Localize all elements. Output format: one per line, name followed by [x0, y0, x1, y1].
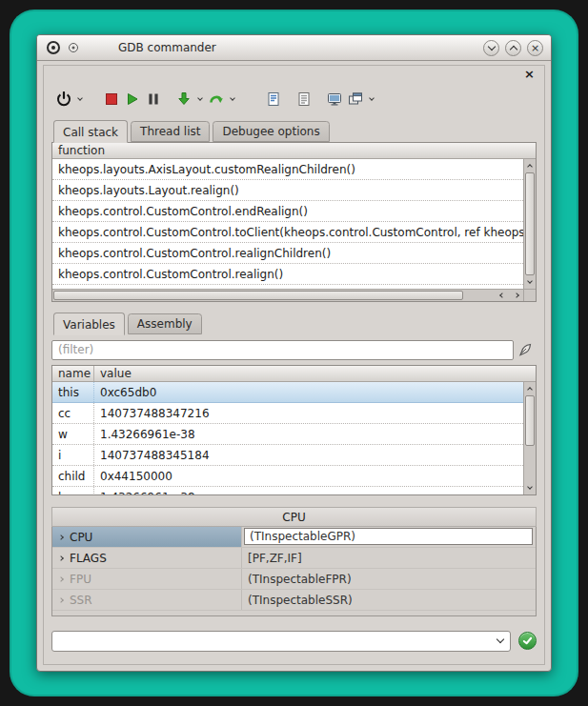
cpu-row[interactable]: SSR (TInspectableSSR)	[52, 590, 536, 611]
run-icon	[125, 91, 140, 107]
debug-toolbar	[51, 83, 537, 115]
chevron-down-icon	[487, 42, 495, 50]
titlebar[interactable]: GDB commander ×	[37, 35, 551, 61]
callstack-hscrollbar[interactable]	[52, 290, 523, 301]
tab-variables[interactable]: Variables	[53, 313, 125, 335]
screenshot-frame: GDB commander × ×	[10, 10, 578, 696]
chevron-down-icon	[497, 635, 504, 643]
register-group-name: SSR	[69, 594, 92, 607]
chevron-down-icon	[369, 95, 375, 101]
variables-header-name[interactable]: name	[52, 366, 94, 381]
command-row	[51, 630, 537, 652]
scroll-down-button[interactable]	[524, 482, 536, 494]
variable-row[interactable]: b 1.43266961e-38	[52, 487, 523, 494]
tab-call-stack[interactable]: Call stack	[53, 120, 128, 143]
chevron-down-icon	[197, 95, 203, 101]
step-over-dropdown[interactable]	[227, 88, 238, 111]
cpu-section-title: CPU	[51, 507, 537, 527]
variable-row[interactable]: w 1.43266961e-38	[52, 424, 523, 445]
variable-row[interactable]: child 0x44150000	[52, 466, 523, 487]
column-label-function: function	[52, 143, 105, 158]
variable-name: b	[52, 487, 94, 494]
callstack-vscrollbar[interactable]	[523, 159, 536, 289]
cpu-row[interactable]: CPU (TInspectableGPR)	[52, 527, 536, 548]
variables-header-value[interactable]: value	[94, 366, 536, 381]
scroll-down-button[interactable]	[524, 276, 536, 289]
views-button[interactable]	[345, 88, 366, 111]
filter-options-button[interactable]	[514, 342, 537, 357]
send-command-button[interactable]	[518, 632, 537, 650]
power-dropdown[interactable]	[74, 88, 86, 111]
gdb-command-combobox[interactable]	[51, 631, 511, 652]
scroll-up-button[interactable]	[524, 382, 536, 394]
chevron-up-icon	[527, 387, 533, 393]
cpu-value-editor[interactable]: (TInspectableGPR)	[244, 528, 533, 545]
callstack-row[interactable]: kheops.layouts.Layout.realign()	[52, 180, 523, 201]
views-dropdown[interactable]	[366, 88, 377, 111]
scroll-left-button[interactable]	[495, 290, 509, 301]
power-button[interactable]	[53, 88, 74, 111]
filter-input[interactable]	[51, 340, 514, 360]
variable-value: 1.43266961e-38	[94, 428, 523, 441]
variable-value: 140737488345184	[94, 449, 523, 462]
scroll-up-button[interactable]	[524, 159, 536, 171]
cpu-row-name-cell[interactable]: FPU	[52, 569, 241, 589]
scroll-thumb[interactable]	[525, 172, 535, 275]
memory-button[interactable]	[263, 88, 284, 111]
gdb-commander-window: GDB commander × ×	[36, 34, 552, 672]
expander-chevron-icon[interactable]	[52, 598, 69, 602]
chevron-right-icon	[514, 292, 519, 298]
callstack-row[interactable]: kheops.control.CustomControl.toClient(kh…	[52, 222, 523, 243]
call-stack-column-header[interactable]: function	[52, 143, 536, 159]
cpu-row-name-cell[interactable]: CPU	[52, 527, 241, 547]
step-over-button[interactable]	[206, 88, 227, 111]
variable-value: 0x44150000	[94, 470, 523, 483]
tab-debugee-options[interactable]: Debugee options	[213, 121, 329, 142]
scroll-thumb[interactable]	[53, 291, 463, 300]
window-menu-icon[interactable]	[67, 41, 80, 54]
expander-chevron-icon[interactable]	[52, 577, 69, 581]
scroll-track[interactable]	[524, 171, 536, 276]
register-group-value: (TInspectableSSR)	[241, 590, 536, 610]
step-into-button[interactable]	[173, 88, 194, 111]
tab-assembly[interactable]: Assembly	[128, 313, 202, 334]
callstack-row[interactable]: kheops.control.CustomControl.endRealign(…	[52, 201, 523, 222]
variable-row[interactable]: cc 140737488347216	[52, 403, 523, 424]
maximize-button[interactable]	[505, 40, 521, 56]
callstack-row[interactable]: kheops.control.CustomControl.realign()	[52, 264, 523, 285]
variable-value: 1.43266961e-38	[94, 491, 523, 495]
shade-button[interactable]	[483, 40, 499, 56]
expander-chevron-icon[interactable]	[52, 535, 69, 539]
variable-value: 140737488347216	[94, 407, 523, 420]
scroll-thumb[interactable]	[525, 395, 535, 446]
output-list-button[interactable]	[294, 88, 314, 111]
stop-button[interactable]	[101, 88, 122, 111]
scroll-right-button[interactable]	[509, 290, 523, 301]
window-title: GDB commander	[118, 41, 216, 54]
tab-thread-list[interactable]: Thread list	[131, 121, 210, 142]
pause-button[interactable]	[143, 88, 164, 111]
scroll-track[interactable]	[524, 394, 536, 482]
target-screen-button[interactable]	[324, 88, 345, 111]
variable-name: this	[52, 382, 94, 402]
monitor-icon	[327, 91, 342, 107]
combobox-dropdown-button[interactable]	[491, 632, 510, 651]
dock-close-icon[interactable]: ×	[524, 70, 537, 79]
cpu-row[interactable]: FLAGS [PF,ZF,IF]	[52, 548, 536, 569]
run-button[interactable]	[122, 88, 143, 111]
chevron-up-icon	[509, 45, 517, 52]
callstack-row[interactable]: kheops.control.CustomControl.realignChil…	[52, 243, 523, 264]
dock-header: ×	[51, 68, 537, 81]
variable-row[interactable]: i 140737488345184	[52, 445, 523, 466]
cpu-row-name-cell[interactable]: SSR	[52, 590, 241, 610]
command-input[interactable]	[52, 632, 491, 651]
cpu-row[interactable]: FPU (TInspectableFPR)	[52, 569, 536, 590]
step-into-dropdown[interactable]	[194, 88, 206, 111]
callstack-row[interactable]: kheops.layouts.AxisLayout.customRealignC…	[52, 159, 523, 180]
check-icon	[522, 635, 533, 646]
close-button[interactable]: ×	[527, 40, 543, 56]
variable-row[interactable]: this 0xc65db0	[52, 382, 523, 403]
variables-vscrollbar[interactable]	[523, 382, 536, 494]
expander-chevron-icon[interactable]	[52, 556, 69, 560]
cpu-row-name-cell[interactable]: FLAGS	[52, 548, 241, 568]
